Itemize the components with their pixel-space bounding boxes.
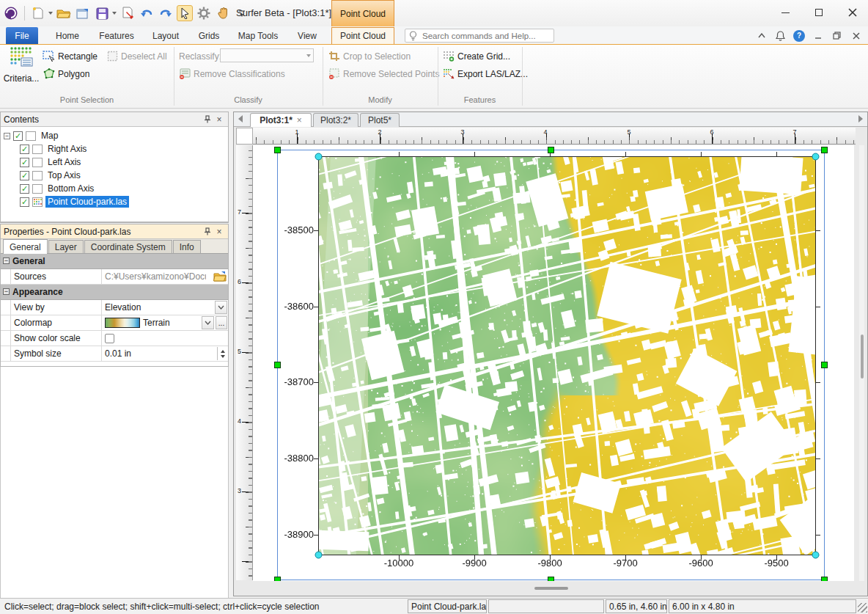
remove-classifications-button[interactable]: Remove Classifications (179, 66, 285, 81)
view-by-value[interactable]: Elevation (105, 302, 141, 313)
new-document-icon[interactable] (30, 5, 46, 21)
colormap-value[interactable]: Terrain (143, 318, 170, 328)
handle-middle-left[interactable] (275, 362, 281, 368)
point-cloud-checkbox[interactable]: ✓ (20, 197, 29, 207)
bell-icon[interactable] (774, 29, 787, 42)
undo-icon[interactable] (139, 5, 155, 21)
tree-item-left-axis[interactable]: ✓ Left Axis (17, 156, 228, 169)
bottom-axis-checkbox[interactable]: ✓ (20, 184, 29, 194)
crop-to-selection-button[interactable]: Crop to Selection (328, 48, 411, 64)
tree-item-top-axis[interactable]: ✓ Top Axis (17, 169, 228, 182)
close-tab-icon[interactable]: × (297, 115, 302, 125)
tree-item-map[interactable]: − ✓ Map (1, 129, 228, 142)
document-tab-label[interactable]: Plot3:1* (260, 115, 293, 125)
polygon-select-button[interactable]: Polygon (43, 66, 89, 81)
export-icon[interactable] (119, 5, 136, 21)
resize-grip[interactable] (858, 603, 867, 613)
vertex-top-left[interactable] (315, 153, 322, 160)
tree-item-label[interactable]: Top Axis (45, 169, 83, 181)
map-frame[interactable] (319, 157, 816, 555)
stepper-down-icon[interactable] (221, 355, 225, 358)
tree-item-label[interactable]: Right Axis (45, 143, 89, 155)
tab-grids[interactable]: Grids (191, 28, 227, 44)
scroll-tabs-right-icon[interactable] (858, 115, 863, 123)
left-axis-checkbox[interactable]: ✓ (20, 158, 29, 167)
horizontal-scrollbar-thumb[interactable] (534, 587, 568, 590)
collapse-icon[interactable]: − (3, 288, 10, 295)
document-tab-plot3-1[interactable]: Plot3:1* × (250, 113, 312, 127)
handle-top-left[interactable] (275, 147, 281, 153)
criteria-button[interactable]: Criteria... (4, 46, 38, 93)
tree-item-label[interactable]: Map (39, 130, 60, 142)
vertex-top-right[interactable] (812, 153, 819, 160)
surfer-logo-icon[interactable] (3, 5, 19, 21)
vertical-ruler[interactable]: 7 6 5 4 3 (236, 145, 253, 580)
close-button[interactable] (846, 6, 859, 19)
right-axis-checkbox[interactable]: ✓ (20, 145, 29, 154)
reclassify-combobox[interactable] (220, 48, 314, 62)
top-axis-checkbox[interactable]: ✓ (20, 171, 29, 180)
view-by-dropdown-icon[interactable] (215, 301, 227, 314)
open-icon[interactable] (56, 5, 72, 21)
close-panel-icon[interactable]: × (213, 114, 225, 125)
new-document-dropdown-icon[interactable] (48, 12, 53, 15)
tree-item-bottom-axis[interactable]: ✓ Bottom Axis (17, 182, 228, 195)
deselect-all-button[interactable]: Deselect All (107, 48, 167, 64)
symbol-size-stepper[interactable] (217, 347, 227, 360)
search-input[interactable] (421, 31, 545, 41)
colormap-more-button[interactable]: ... (216, 316, 227, 329)
rectangle-select-button[interactable]: Rectangle (43, 48, 98, 64)
section-general[interactable]: − General (1, 254, 228, 269)
vertex-bottom-left[interactable] (315, 552, 322, 558)
tab-layout[interactable]: Layout (145, 28, 186, 44)
maximize-button[interactable] (812, 6, 825, 19)
tab-point-cloud[interactable]: Point Cloud (331, 27, 394, 44)
show-color-scale-checkbox[interactable] (105, 334, 114, 343)
minimize-document-icon[interactable] (812, 29, 824, 42)
tree-item-right-axis[interactable]: ✓ Right Axis (17, 142, 228, 156)
export-las-button[interactable]: Export LAS/LAZ... (443, 66, 528, 81)
restore-document-icon[interactable] (831, 29, 843, 42)
horizontal-ruler[interactable]: 1 2 3 4 5 6 7 (253, 128, 856, 145)
collapse-icon[interactable]: − (3, 257, 10, 264)
vertical-scrollbar[interactable] (859, 145, 864, 581)
tree-item-label-selected[interactable]: Point Cloud-park.las (45, 196, 129, 208)
symbol-size-value[interactable]: 0.01 in (105, 348, 131, 359)
selection-handles[interactable] (275, 147, 828, 582)
browse-folder-icon[interactable] (213, 271, 227, 282)
tree-item-label[interactable]: Left Axis (45, 156, 83, 168)
selection-bounding-box[interactable] (278, 150, 825, 580)
plot-page[interactable]: -10000 -9900 -9800 -9700 -9600 -9500 -38… (253, 145, 854, 581)
tab-info[interactable]: Info (173, 240, 201, 253)
colormap-dropdown-icon[interactable] (202, 316, 214, 329)
colormap-gradient-swatch[interactable] (105, 318, 140, 328)
redo-icon[interactable] (158, 5, 174, 21)
document-tab-plot5[interactable]: Plot5* (360, 113, 400, 127)
create-grid-button[interactable]: Create Grid... (443, 48, 510, 64)
scroll-tabs-left-icon[interactable] (238, 115, 243, 123)
tab-coordinate-system[interactable]: Coordinate System (84, 240, 172, 253)
help-icon[interactable]: ? (793, 30, 805, 42)
handle-middle-right[interactable] (822, 362, 828, 368)
minimize-button[interactable] (779, 6, 792, 19)
tab-view[interactable]: View (289, 28, 326, 44)
tab-home[interactable]: Home (47, 28, 88, 44)
close-document-icon[interactable] (850, 29, 862, 42)
handle-top-center[interactable] (548, 147, 554, 153)
tab-file[interactable]: File (6, 27, 38, 44)
collapse-ribbon-icon[interactable] (755, 29, 768, 42)
vertical-scrollbar-thumb[interactable] (861, 335, 864, 379)
tab-general[interactable]: General (3, 239, 48, 254)
import-icon[interactable] (75, 5, 91, 21)
document-tab-label[interactable]: Plot5* (368, 115, 391, 125)
reclassify-dropdown-icon[interactable] (306, 54, 311, 57)
vertex-bottom-right[interactable] (812, 552, 819, 558)
document-tab-plot3-2[interactable]: Plot3:2* (313, 113, 358, 127)
tab-features[interactable]: Features (94, 28, 139, 44)
collapse-icon[interactable]: − (4, 133, 10, 139)
stepper-up-icon[interactable] (221, 350, 225, 353)
document-tab-label[interactable]: Plot3:2* (320, 115, 351, 125)
tree-item-point-cloud[interactable]: ✓ Point Cloud-park.las (17, 195, 228, 208)
tree-item-label[interactable]: Bottom Axis (45, 183, 96, 194)
vertex-handles[interactable] (315, 153, 819, 558)
